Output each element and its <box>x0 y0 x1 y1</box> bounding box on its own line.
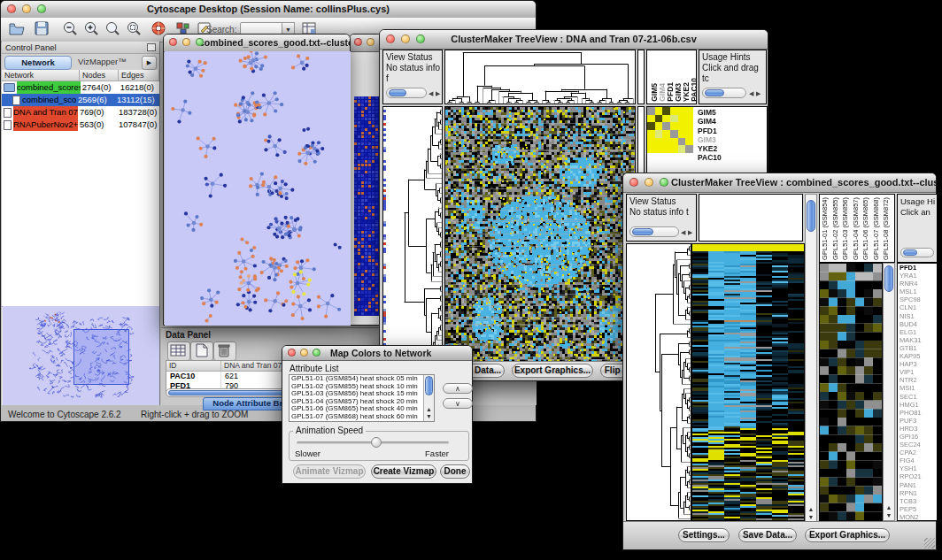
close-button[interactable] <box>386 35 395 43</box>
zoom-out-icon[interactable] <box>61 20 81 38</box>
float-panel-icon[interactable] <box>147 43 156 51</box>
resize-grip[interactable] <box>924 538 935 548</box>
gene-label[interactable]: PFD1 <box>898 264 937 272</box>
gene-label[interactable]: YSH1 <box>898 464 937 472</box>
usage-hints-scrollbar[interactable] <box>900 248 934 257</box>
gene-label[interactable]: NIS1 <box>898 312 937 320</box>
close-button[interactable] <box>629 178 638 187</box>
gene-label[interactable]: SEC24 <box>898 441 937 449</box>
close-button[interactable] <box>354 38 362 46</box>
gene-label[interactable]: MON2 <box>898 513 937 521</box>
scroll-right-icon[interactable]: ▶ <box>756 90 761 97</box>
network-table-row[interactable]: RNAPuberNov2+563(0)107847(0) <box>2 119 159 131</box>
view-status-scrollbar[interactable] <box>629 226 679 237</box>
close-button[interactable] <box>7 4 16 13</box>
gene-label[interactable]: SEC1 <box>898 393 937 401</box>
gene-label[interactable]: VIP1 <box>898 368 937 376</box>
gene-label[interactable]: KAP95 <box>898 352 937 360</box>
birdseye-view-canvas[interactable] <box>3 306 159 405</box>
heatmap-vscrollbar[interactable]: ▲ ▼ <box>805 194 817 523</box>
minimize-button[interactable] <box>401 35 410 43</box>
gene-label[interactable]: YRA1 <box>898 272 937 280</box>
open-folder-icon[interactable] <box>8 20 27 38</box>
gene-label[interactable]: RNR4 <box>898 280 937 288</box>
row-dendrogram-canvas[interactable] <box>383 107 442 362</box>
scroll-down-icon[interactable]: ▼ <box>806 514 816 521</box>
network-table-row[interactable]: DNA and Tran 07769(0)183728(0) <box>2 106 159 119</box>
dialog-titlebar[interactable]: Map Colors to Network <box>282 346 472 361</box>
col-edges[interactable]: Edges <box>119 70 159 81</box>
treeview2-titlebar[interactable]: ClusterMaker TreeView : combined_scores_… <box>623 173 936 193</box>
zoom-vscrollbar[interactable]: ▲ ▼ <box>883 263 895 521</box>
treeview2-button-export-graphics-[interactable]: Export Graphics... <box>805 528 890 542</box>
gene-label[interactable]: RPO21 <box>898 472 937 480</box>
cluster-heatmap-canvas[interactable] <box>692 244 804 520</box>
close-button[interactable] <box>169 38 177 46</box>
id-column-header[interactable]: ID <box>166 361 221 371</box>
gene-label[interactable]: GTB1 <box>898 344 937 352</box>
minimize-button[interactable] <box>300 349 308 357</box>
zoom-selected-icon[interactable] <box>125 20 144 38</box>
minimize-button[interactable] <box>645 178 653 187</box>
gene-label[interactable]: MSL1 <box>898 288 937 295</box>
tab-overflow-icon[interactable]: ▶ <box>142 56 157 70</box>
dense-network-canvas[interactable] <box>354 96 380 316</box>
gene-label[interactable]: HMG1 <box>898 401 937 409</box>
main-titlebar[interactable]: Cytoscape Desktop (Session Name: collins… <box>1 1 536 19</box>
minimize-button[interactable] <box>22 4 31 13</box>
col-network[interactable]: Network <box>2 70 80 81</box>
move-down-button[interactable]: ∨ <box>443 398 473 409</box>
usage-hints-scrollbar[interactable] <box>702 88 746 98</box>
attribute-list[interactable]: GPL51-01 (GSM854) heat shock 05 minGPL51… <box>289 374 435 422</box>
gene-label[interactable]: ELG1 <box>898 328 937 336</box>
treeview2-button-settings-[interactable]: Settings... <box>678 528 730 542</box>
dendrogram-splitter[interactable] <box>637 50 645 104</box>
scroll-left-icon[interactable]: ◀ <box>429 90 433 97</box>
attribute-list-item[interactable]: GPL51-07 (GSM868) heat shock 60 min <box>290 413 434 421</box>
similarity-matrix[interactable] <box>647 107 693 153</box>
delete-attribute-icon[interactable] <box>213 341 236 361</box>
gene-label[interactable]: MSI1 <box>898 384 937 392</box>
gene-label[interactable]: TCB3 <box>898 497 937 505</box>
zoom-button[interactable] <box>196 38 204 46</box>
zoom-button[interactable] <box>660 178 668 187</box>
zoom-fit-icon[interactable] <box>104 20 123 38</box>
treeview1-titlebar[interactable]: ClusterMaker TreeView : DNA and Tran 07-… <box>380 30 768 50</box>
zoom-heatmap-canvas[interactable] <box>820 264 882 520</box>
treeview2-button-save-data-[interactable]: Save Data... <box>738 528 797 542</box>
gene-label[interactable]: BUD4 <box>898 320 937 328</box>
network-graph-canvas[interactable] <box>165 51 351 326</box>
gene-label[interactable]: CLN1 <box>898 303 937 311</box>
network-table-row[interactable]: combined_sco2569(6)13112(15) <box>2 94 159 106</box>
gene-label[interactable]: NTR2 <box>898 376 937 384</box>
minimize-button[interactable] <box>367 38 374 46</box>
tab-network[interactable]: Network <box>4 56 72 70</box>
gene-label[interactable]: PHO81 <box>898 409 937 417</box>
scroll-left-icon[interactable]: ◀ <box>749 90 753 97</box>
scroll-right-icon[interactable]: ▶ <box>436 90 440 97</box>
gene-label[interactable]: HAP3 <box>898 360 937 368</box>
scroll-down-icon[interactable]: ▼ <box>884 512 894 519</box>
gene-label[interactable]: GPI16 <box>898 433 937 441</box>
scroll-up-icon[interactable]: ▲ <box>424 406 434 413</box>
speed-slider-thumb[interactable] <box>371 437 382 448</box>
gene-label[interactable]: HRD3 <box>898 425 937 433</box>
zoom-button[interactable] <box>416 35 425 43</box>
gene-label[interactable]: RPN1 <box>898 489 937 497</box>
animate-vizmap-button[interactable]: Animate Vizmap <box>293 464 366 479</box>
gene-label[interactable]: PUF3 <box>898 417 937 425</box>
move-up-button[interactable]: ∧ <box>443 383 473 394</box>
close-button[interactable] <box>288 349 296 357</box>
scroll-left-icon[interactable]: ◀ <box>681 229 685 236</box>
save-icon[interactable] <box>33 20 52 38</box>
gene-label[interactable]: SPC98 <box>898 295 937 303</box>
view-status-scrollbar[interactable] <box>386 88 427 98</box>
gene-label[interactable]: FIG4 <box>898 456 937 464</box>
done-button[interactable]: Done <box>440 464 470 479</box>
gene-label[interactable]: CPA2 <box>898 449 937 456</box>
zoom-button[interactable] <box>313 349 320 357</box>
network-table-row[interactable]: combined_scores2764(0)16218(0) <box>2 81 159 94</box>
zoom-button[interactable] <box>37 4 46 13</box>
column-dendrogram-canvas[interactable] <box>445 50 635 104</box>
minimize-button[interactable] <box>182 38 190 46</box>
